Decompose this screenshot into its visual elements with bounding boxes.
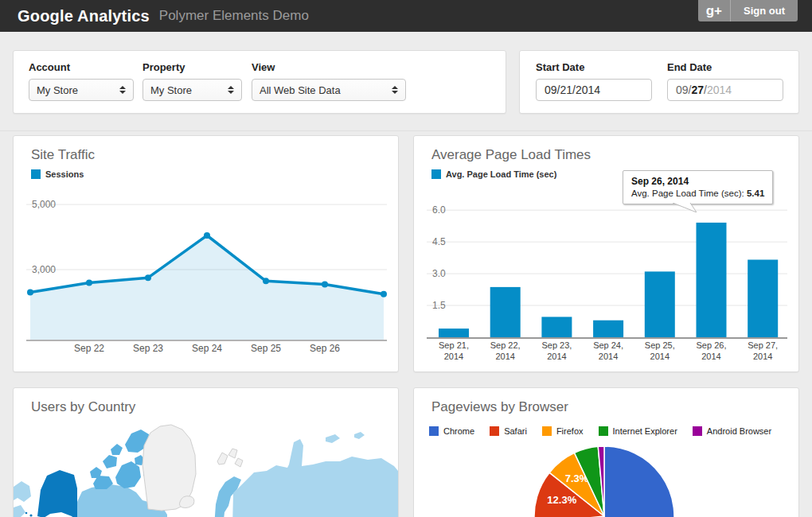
page-load-legend: Avg. Page Load Time (sec) (431, 169, 556, 179)
svg-text:Sep 22: Sep 22 (74, 343, 104, 354)
chart-tooltip: Sep 26, 2014 Avg. Page Load Time (sec): … (623, 170, 773, 204)
page-load-title: Average Page Load Times (431, 147, 591, 163)
view-label: View (252, 61, 406, 73)
app-subtitle: Polymer Elements Demo (159, 8, 309, 24)
property-label: Property (142, 61, 242, 73)
end-date-day: 27 (691, 84, 704, 96)
svg-text:Sep 27,2014: Sep 27,2014 (748, 340, 778, 361)
svg-text:Sep 23,2014: Sep 23,2014 (541, 340, 572, 361)
property-select[interactable]: My Store (142, 79, 242, 101)
tooltip-pointer-icon (673, 203, 698, 212)
account-select-value: My Store (37, 84, 78, 96)
svg-text:4.5: 4.5 (432, 236, 446, 247)
property-field: Property My Store (142, 61, 242, 101)
sign-out-button[interactable]: g+ Sign out (698, 0, 798, 21)
pageviews-by-browser-card: Pageviews by Browser ChromeSafariFirefox… (413, 387, 799, 517)
site-traffic-card: Site Traffic Sessions 3,0005,000Sep 22Se… (13, 135, 399, 372)
site-traffic-legend: Sessions (31, 169, 84, 179)
start-date-input[interactable]: 09/21/2014 (536, 79, 652, 101)
select-arrows-icon (119, 86, 126, 94)
app-header: Google Analytics Polymer Elements Demo g… (0, 0, 812, 32)
select-arrows-icon (392, 86, 398, 94)
map-aleutian-island[interactable] (25, 512, 28, 515)
svg-text:Sep 24: Sep 24 (192, 343, 222, 354)
site-traffic-line-chart[interactable]: 3,0005,000Sep 22Sep 23Sep 24Sep 25Sep 26 (14, 192, 400, 360)
browser-pie-chart[interactable]: 12.3%7.3% (414, 388, 798, 517)
account-select[interactable]: My Store (29, 79, 134, 101)
app-title: Google Analytics (18, 7, 150, 25)
start-date-field: Start Date 09/21/2014 (536, 61, 652, 101)
google-plus-icon[interactable]: g+ (698, 0, 731, 21)
svg-text:Sep 23: Sep 23 (133, 343, 163, 354)
svg-text:Sep 21,2014: Sep 21,2014 (439, 340, 469, 361)
svg-text:Sep 25,2014: Sep 25,2014 (645, 340, 675, 361)
date-range-card: Start Date 09/21/2014 End Date 09/27/201… (519, 50, 799, 114)
svg-text:Sep 25: Sep 25 (251, 343, 281, 354)
legend-label: Sessions (45, 169, 84, 179)
svg-text:3,000: 3,000 (32, 264, 56, 275)
end-date-month: 09/ (676, 84, 691, 96)
svg-text:3.0: 3.0 (432, 268, 446, 279)
users-by-country-title: Users by Country (31, 399, 135, 415)
page-load-bar-chart[interactable]: 1.53.04.56.0Sep 21,2014Sep 22,2014Sep 23… (414, 192, 800, 371)
end-date-year: 2014 (707, 84, 732, 96)
legend-label: Avg. Page Load Time (sec) (446, 169, 556, 179)
property-select-value: My Store (150, 84, 192, 96)
map-aleutian-island[interactable] (29, 514, 32, 516)
view-selector-card: Account My Store Property My Store View … (13, 50, 506, 114)
view-select-value: All Web Site Data (260, 84, 341, 96)
svg-text:1.5: 1.5 (432, 300, 446, 311)
end-date-label: End Date (667, 61, 783, 73)
select-arrows-icon (228, 86, 234, 94)
tooltip-date: Sep 26, 2014 (631, 176, 764, 187)
tooltip-metric: Avg. Page Load Time (sec): 5.41 (631, 189, 764, 198)
pie-slice-label: 12.3% (547, 494, 576, 506)
svg-text:Sep 22,2014: Sep 22,2014 (490, 340, 521, 361)
site-traffic-title: Site Traffic (31, 147, 95, 163)
view-select[interactable]: All Web Site Data (252, 79, 406, 101)
account-label: Account (29, 61, 134, 73)
svg-text:6.0: 6.0 (432, 204, 446, 216)
start-date-value: 09/21/2014 (545, 84, 600, 96)
start-date-label: Start Date (536, 61, 652, 73)
tooltip-value: 5.41 (747, 189, 764, 198)
svg-text:Sep 26,2014: Sep 26,2014 (697, 340, 727, 361)
svg-text:5,000: 5,000 (32, 199, 56, 210)
sign-out-label[interactable]: Sign out (731, 0, 798, 21)
svg-text:Sep 26: Sep 26 (310, 343, 340, 354)
svg-text:Sep 24,2014: Sep 24,2014 (593, 340, 623, 361)
end-date-input[interactable]: 09/27/2014 (667, 79, 783, 101)
account-field: Account My Store (29, 61, 134, 101)
end-date-field: End Date 09/27/2014 (667, 61, 783, 101)
legend-swatch-icon (31, 169, 41, 179)
legend-swatch-icon (431, 169, 441, 179)
page-load-card: Average Page Load Times Avg. Page Load T… (413, 135, 799, 372)
users-by-country-card: Users by Country (13, 387, 399, 517)
view-field: View All Web Site Data (252, 61, 406, 101)
